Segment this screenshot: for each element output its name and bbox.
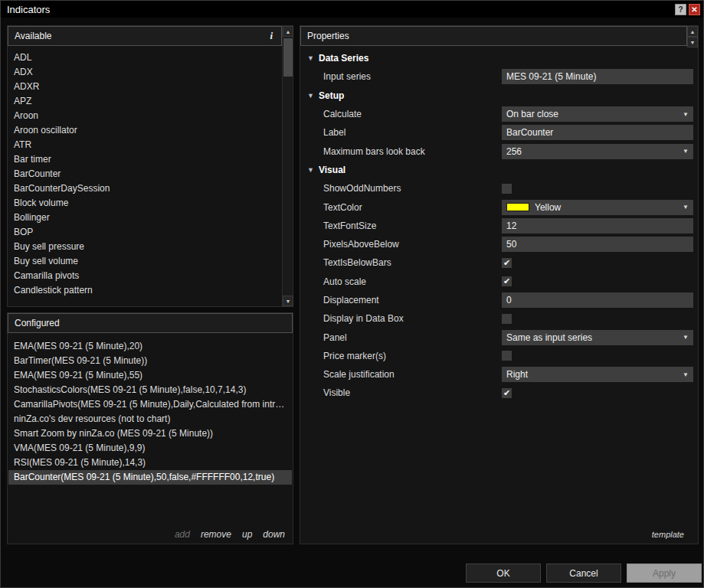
scroll-down-icon[interactable]: ▼ <box>283 296 293 306</box>
property-label: Display in Data Box <box>300 313 502 324</box>
help-button[interactable]: ? <box>675 4 686 15</box>
price-marker-s-checkbox[interactable] <box>502 351 512 361</box>
showoddnumbers-checkbox[interactable] <box>502 184 512 194</box>
available-item-camarilla-pivots[interactable]: Camarilla pivots <box>8 269 281 283</box>
add-action[interactable]: add <box>175 529 190 540</box>
property-row-display-in-data-box: Display in Data Box <box>300 309 697 328</box>
section-label: Setup <box>319 90 344 101</box>
textisbelowbars-checkbox[interactable]: ✔ <box>502 258 512 268</box>
property-label: Displacement <box>300 295 502 305</box>
configured-header-label: Configured <box>15 318 60 328</box>
property-row-label: LabelBarCounter <box>300 123 697 142</box>
window-title: Indicators <box>7 4 673 15</box>
property-row-scale-justification: Scale justificationRight▼ <box>300 365 697 384</box>
calculate-dropdown[interactable]: On bar close▼ <box>502 106 693 122</box>
property-label: TextColor <box>300 202 502 213</box>
configured-item[interactable]: EMA(MES 09-21 (5 Minute),55) <box>8 368 292 383</box>
available-item-barcounter[interactable]: BarCounter <box>8 167 281 181</box>
property-row-showoddnumbers: ShowOddNumbers <box>300 179 697 198</box>
available-item-bar-timer[interactable]: Bar timer <box>8 152 281 167</box>
indicators-dialog: Indicators ? ✕ Available i ▲ ▼ ADLADXADX… <box>0 0 704 588</box>
label-input[interactable]: BarCounter <box>502 125 693 140</box>
available-item-block-volume[interactable]: Block volume <box>8 196 281 211</box>
available-item-apz[interactable]: APZ <box>8 94 281 109</box>
available-item-adx[interactable]: ADX <box>8 65 281 80</box>
color-swatch <box>506 203 529 211</box>
scrollbar-thumb[interactable] <box>283 38 293 77</box>
down-action[interactable]: down <box>263 529 285 540</box>
available-header-label: Available <box>15 31 51 41</box>
configured-list: EMA(MES 09-21 (5 Minute),20)BarTimer(MES… <box>8 333 292 524</box>
remove-action[interactable]: remove <box>201 529 231 540</box>
available-item-buy-sell-pressure[interactable]: Buy sell pressure <box>8 240 281 254</box>
titlebar: Indicators ? ✕ <box>1 1 703 18</box>
configured-item[interactable]: BarTimer(MES 09-21 (5 Minute)) <box>8 354 292 368</box>
configured-item[interactable]: BarCounter(MES 09-21 (5 Minute),50,false… <box>8 470 292 485</box>
input-series-input[interactable]: MES 09-21 (5 Minute) <box>502 69 693 84</box>
pixelsabovebelow-input[interactable]: 50 <box>502 237 693 252</box>
configured-item[interactable]: StochasticsColors(MES 09-21 (5 Minute),f… <box>8 383 292 397</box>
property-row-panel: PanelSame as input series▼ <box>300 328 697 346</box>
template-link[interactable]: template <box>652 530 684 539</box>
properties-header-label: Properties <box>307 31 349 41</box>
property-label: Input series <box>300 71 502 82</box>
available-item-bollinger[interactable]: Bollinger <box>8 211 281 225</box>
available-item-bop[interactable]: BOP <box>8 225 281 240</box>
available-item-buy-sell-volume[interactable]: Buy sell volume <box>8 254 281 269</box>
available-item-adl[interactable]: ADL <box>8 51 281 65</box>
property-label: Label <box>300 127 502 138</box>
textfontsize-input[interactable]: 12 <box>502 218 693 234</box>
available-item-aroon[interactable]: Aroon <box>8 109 281 123</box>
dropdown-value: Right <box>506 369 528 380</box>
collapse-icon: ▼ <box>307 166 319 174</box>
property-row-input-series: Input seriesMES 09-21 (5 Minute) <box>300 67 697 86</box>
configured-item[interactable]: CamarillaPivots(MES 09-21 (5 Minute),Dai… <box>8 397 292 412</box>
available-scrollbar[interactable]: ▲ ▼ <box>282 26 293 306</box>
check-icon: ✔ <box>503 277 510 286</box>
configured-item[interactable]: Smart Zoom by ninZa.co (MES 09-21 (5 Min… <box>8 426 292 441</box>
available-item-adxr[interactable]: ADXR <box>8 80 281 94</box>
property-label: Scale justification <box>300 369 502 380</box>
configured-item[interactable]: EMA(MES 09-21 (5 Minute),20) <box>8 339 292 354</box>
ok-button[interactable]: OK <box>466 564 541 583</box>
up-action[interactable]: up <box>242 529 252 540</box>
configured-header: Configured <box>8 313 293 333</box>
apply-button[interactable]: Apply <box>627 564 702 583</box>
available-list: ADLADXADXRAPZAroonAroon oscillatorATRBar… <box>8 46 281 305</box>
close-icon[interactable]: ✕ <box>689 4 700 15</box>
scroll-down-icon[interactable]: ▼ <box>687 37 698 47</box>
configured-item[interactable]: RSI(MES 09-21 (5 Minute),14,3) <box>8 456 292 470</box>
auto-scale-checkbox[interactable]: ✔ <box>502 276 512 286</box>
dropdown-value: On bar close <box>506 109 558 119</box>
property-label: TextFontSize <box>300 220 502 231</box>
section-label: Data Series <box>319 53 368 64</box>
displacement-input[interactable]: 0 <box>502 292 693 308</box>
property-label: Panel <box>300 332 502 343</box>
property-label: Calculate <box>300 109 502 119</box>
dropdown-value: Same as input series <box>506 332 592 343</box>
visible-checkbox[interactable]: ✔ <box>502 388 512 398</box>
info-icon[interactable]: i <box>270 30 275 42</box>
maximum-bars-look-back-dropdown[interactable]: 256▼ <box>502 144 693 159</box>
configured-item[interactable]: VMA(MES 09-21 (5 Minute),9,9) <box>8 441 292 456</box>
section-data-series[interactable]: ▼Data Series <box>300 49 697 67</box>
section-visual[interactable]: ▼Visual <box>300 161 697 179</box>
scroll-up-icon[interactable]: ▲ <box>283 26 293 37</box>
available-item-atr[interactable]: ATR <box>8 138 281 152</box>
available-item-aroon-oscillator[interactable]: Aroon oscillator <box>8 123 281 138</box>
cancel-button[interactable]: Cancel <box>546 564 621 583</box>
dropdown-value: Yellow <box>535 202 561 213</box>
scale-justification-dropdown[interactable]: Right▼ <box>502 367 693 382</box>
available-item-candlestick-pattern[interactable]: Candlestick pattern <box>8 283 281 298</box>
section-setup[interactable]: ▼Setup <box>300 87 697 105</box>
configured-actions: addremoveupdown <box>164 529 285 540</box>
configured-item[interactable]: ninZa.co's dev resources (not to chart) <box>8 412 292 426</box>
check-icon: ✔ <box>503 389 510 397</box>
textcolor-dropdown[interactable]: Yellow▼ <box>502 200 693 215</box>
display-in-data-box-checkbox[interactable] <box>502 314 512 324</box>
panel-dropdown[interactable]: Same as input series▼ <box>502 330 693 345</box>
available-item-barcounterdaysession[interactable]: BarCounterDaySession <box>8 181 281 196</box>
property-label: TextIsBelowBars <box>300 257 502 268</box>
scroll-up-icon[interactable]: ▲ <box>687 26 698 37</box>
properties-rows: ▼Data SeriesInput seriesMES 09-21 (5 Min… <box>300 49 697 403</box>
